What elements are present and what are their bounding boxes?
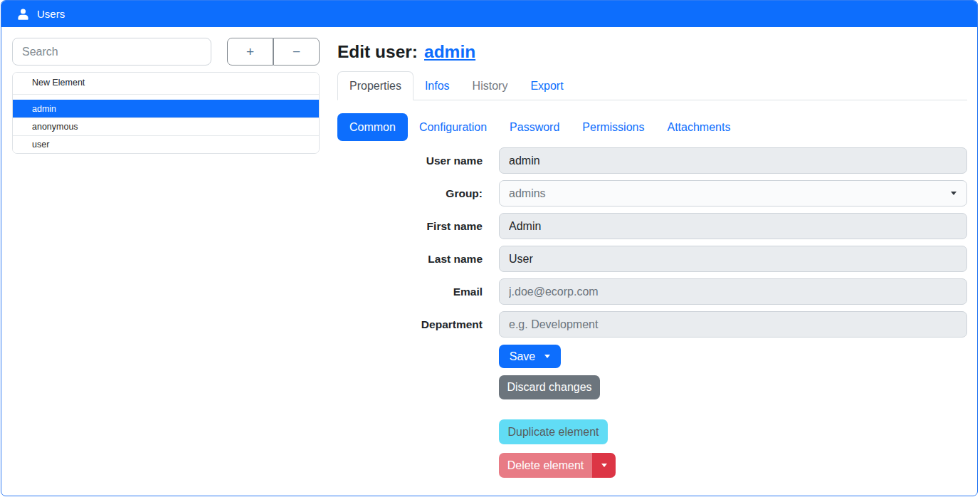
form-row-department: Department xyxy=(337,311,967,338)
caret-down-icon xyxy=(601,464,607,467)
username-input[interactable] xyxy=(499,147,967,174)
lastname-input[interactable] xyxy=(499,246,967,272)
tab-properties[interactable]: Properties xyxy=(337,71,413,100)
firstname-label: First name xyxy=(337,213,483,239)
tab-export[interactable]: Export xyxy=(519,72,574,100)
subtab-common[interactable]: Common xyxy=(337,113,408,141)
delete-element-button: Delete element xyxy=(499,453,592,478)
list-item-anonymous[interactable]: anonymous xyxy=(13,117,319,135)
list-item-user[interactable]: user xyxy=(13,135,319,153)
department-label: Department xyxy=(337,311,483,338)
search-input[interactable] xyxy=(12,38,211,66)
duplicate-element-button: Duplicate element xyxy=(499,419,608,444)
group-label: Group: xyxy=(337,180,483,206)
list-item-new-element[interactable]: New Element xyxy=(13,73,319,94)
main-panel: Edit user:admin Properties Infos History… xyxy=(337,40,967,478)
subtab-configuration[interactable]: Configuration xyxy=(408,113,498,141)
subtab-attachments[interactable]: Attachments xyxy=(655,113,742,141)
page-title: Edit user:admin xyxy=(337,40,967,63)
chevron-down-icon xyxy=(951,192,957,195)
user-list: New Element admin anonymous user xyxy=(12,72,320,154)
app-card: Users + − New Element admin anonymous us… xyxy=(1,0,978,496)
group-select[interactable]: admins xyxy=(499,180,967,206)
group-select-value: admins xyxy=(509,187,546,200)
department-field[interactable] xyxy=(499,311,967,338)
tab-infos[interactable]: Infos xyxy=(413,72,461,100)
title-bar: Users xyxy=(1,1,977,27)
page-title-prefix: Edit user: xyxy=(337,42,418,61)
sidebar-toolbar: + − xyxy=(12,38,320,66)
form-row-username: User name xyxy=(337,147,967,174)
discard-changes-button[interactable]: Discard changes xyxy=(499,375,600,399)
add-button[interactable]: + xyxy=(227,38,273,66)
form-row-group: Group: admins xyxy=(337,180,967,206)
subtab-password[interactable]: Password xyxy=(498,113,571,141)
form-row-email: Email xyxy=(337,278,967,305)
delete-dropdown-button[interactable] xyxy=(592,453,616,478)
edit-user-link[interactable]: admin xyxy=(424,42,475,61)
save-button-label: Save xyxy=(510,350,535,363)
username-label: User name xyxy=(337,147,483,174)
form-row-lastname: Last name xyxy=(337,246,967,272)
subtab-bar: Common Configuration Password Permission… xyxy=(337,113,967,141)
caret-down-icon xyxy=(544,355,550,358)
person-icon xyxy=(16,7,30,21)
subtab-permissions[interactable]: Permissions xyxy=(571,113,655,141)
tab-history: History xyxy=(461,72,520,100)
remove-button[interactable]: − xyxy=(273,38,320,66)
list-item-admin[interactable]: admin xyxy=(13,100,319,117)
edit-user-form: User name Group: admins First name Last … xyxy=(337,147,967,478)
list-divider xyxy=(13,94,319,100)
email-field[interactable] xyxy=(499,278,967,305)
email-label: Email xyxy=(337,278,483,305)
delete-button-group: Delete element xyxy=(499,453,967,478)
tab-bar: Properties Infos History Export xyxy=(337,71,967,100)
app-title: Users xyxy=(37,8,65,20)
form-row-firstname: First name xyxy=(337,213,967,239)
add-remove-button-group: + − xyxy=(227,38,320,66)
lastname-label: Last name xyxy=(337,246,483,272)
firstname-input[interactable] xyxy=(499,213,967,239)
save-button[interactable]: Save xyxy=(499,345,561,368)
sidebar: + − New Element admin anonymous user xyxy=(12,38,320,154)
